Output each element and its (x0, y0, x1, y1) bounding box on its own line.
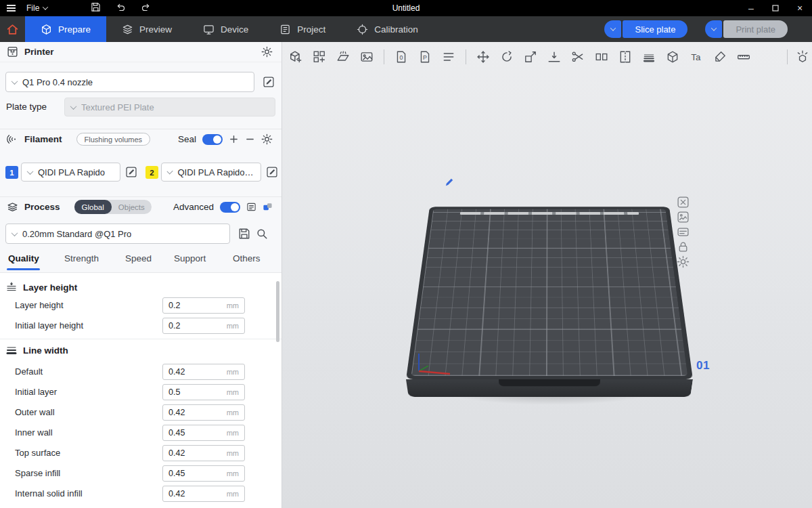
chevron-down-icon (43, 4, 48, 9)
setting-unit: mm (227, 429, 239, 437)
tab-others[interactable]: Others (233, 253, 261, 263)
search-settings-button[interactable] (256, 228, 268, 240)
plate-number-label[interactable]: 01 (696, 359, 710, 373)
printer-section-header: Printer (0, 42, 281, 62)
assembly-view-icon[interactable] (796, 50, 809, 64)
line-width-outer-wall-input[interactable]: 0.42 mm (162, 404, 245, 421)
plate-snapshot-icon[interactable] (677, 211, 690, 224)
chevron-down-icon (27, 168, 34, 175)
edit-filament-1-button[interactable] (125, 166, 137, 178)
viewport-3d[interactable]: 0 P Ta (282, 42, 812, 508)
setting-value: 0.42 (168, 367, 185, 377)
preset-list-icon[interactable] (246, 202, 256, 212)
rotate-tool-icon[interactable] (500, 50, 514, 64)
split-to-parts-tool-icon[interactable] (618, 50, 632, 64)
window-close-button[interactable]: × (788, 0, 812, 16)
file-menu-button[interactable]: File (26, 3, 47, 13)
line-width-default-input[interactable]: 0.42 mm (162, 364, 245, 380)
plate-name-document-icon[interactable]: P (418, 50, 432, 64)
tab-prepare[interactable]: Prepare (25, 16, 106, 42)
tab-project[interactable]: Project (264, 16, 341, 42)
seal-toggle[interactable] (202, 134, 223, 145)
save-preset-button[interactable] (238, 228, 250, 240)
process-section-header: Process Global Objects Advanced (0, 196, 281, 217)
slice-dropdown-button[interactable] (604, 20, 621, 38)
paint-tool-icon[interactable] (713, 50, 727, 64)
print-bed[interactable] (406, 207, 693, 379)
edit-printer-preset-button[interactable] (263, 76, 275, 88)
filament-2-badge[interactable]: 2 (145, 166, 158, 179)
setting-row: Initial layer height 0.2 mm (0, 318, 281, 334)
tab-device[interactable]: Device (187, 16, 264, 42)
initial-layer-height-input[interactable]: 0.2 mm (162, 318, 245, 334)
cut-tool-icon[interactable] (571, 50, 585, 64)
sidebar-scrollbar[interactable] (276, 281, 279, 342)
layer-height-input[interactable]: 0.2 mm (162, 297, 245, 314)
filament-1-select[interactable]: QIDI PLA Rapido (21, 163, 120, 182)
plate-type-select[interactable]: Textured PEI Plate (64, 98, 275, 117)
setting-label: Inner wall (15, 427, 53, 438)
object-list-icon[interactable] (442, 50, 455, 64)
printer-preset-select[interactable]: Q1 Pro 0.4 nozzle (5, 72, 254, 92)
filament-2-select[interactable]: QIDI PLA Rapido M... (161, 163, 261, 182)
home-tab[interactable] (0, 16, 25, 42)
measure-tool-icon[interactable] (737, 50, 750, 64)
plate-delete-icon[interactable] (677, 196, 690, 209)
compare-presets-icon[interactable] (263, 202, 273, 212)
undo-icon[interactable] (116, 2, 126, 14)
redo-icon[interactable] (141, 2, 151, 14)
line-width-initial-layer-input[interactable]: 0.5 mm (162, 384, 245, 400)
add-plate-icon[interactable] (313, 50, 326, 64)
svg-text:P: P (423, 54, 427, 61)
mesh-boolean-tool-icon[interactable] (666, 50, 679, 64)
tab-speed[interactable]: Speed (125, 253, 152, 263)
print-plate-button[interactable]: Print plate (723, 20, 788, 38)
plate-name-icon[interactable] (677, 226, 690, 238)
scope-objects-segment[interactable]: Objects (112, 203, 152, 211)
remove-filament-button[interactable] (245, 134, 255, 144)
setting-row: Layer height 0.2 mm (0, 297, 281, 314)
process-preset-select[interactable]: 0.20mm Standard @Q1 Pro (5, 224, 230, 244)
edit-plate-name-icon[interactable] (445, 177, 455, 187)
filament-1-badge[interactable]: 1 (5, 166, 18, 179)
hamburger-menu-icon[interactable] (7, 5, 16, 12)
window-minimize-button[interactable]: – (739, 0, 763, 16)
tab-strength[interactable]: Strength (64, 253, 99, 263)
variable-layer-height-tool-icon[interactable] (642, 50, 656, 64)
print-dropdown-button[interactable] (705, 20, 722, 38)
save-icon[interactable] (91, 2, 101, 14)
line-width-inner-wall-input[interactable]: 0.45 mm (162, 425, 245, 441)
active-tab-underline (7, 268, 40, 270)
plate-lock-icon[interactable] (677, 240, 690, 253)
flushing-volumes-button[interactable]: Flushing volumes (76, 133, 151, 146)
plate-image-icon[interactable] (360, 50, 374, 64)
label-objects-icon[interactable]: 0 (394, 50, 408, 64)
advanced-toggle[interactable] (220, 202, 240, 213)
edit-filament-2-button[interactable] (266, 166, 278, 178)
tab-support[interactable]: Support (174, 253, 206, 263)
setting-unit: mm (227, 388, 239, 396)
tab-quality[interactable]: Quality (8, 253, 39, 263)
scale-tool-icon[interactable] (524, 50, 537, 64)
line-width-internal-solid-infill-input[interactable]: 0.42 mm (162, 486, 245, 502)
place-on-face-tool-icon[interactable] (547, 50, 561, 64)
add-filament-button[interactable] (229, 134, 239, 144)
sweep-plate-icon[interactable] (336, 50, 350, 64)
setting-unit: mm (227, 449, 239, 457)
move-tool-icon[interactable] (476, 50, 490, 64)
line-width-top-surface-input[interactable]: 0.42 mm (162, 445, 245, 461)
scope-toggle: Global Objects (74, 200, 152, 214)
scope-global-segment[interactable]: Global (74, 200, 112, 214)
setting-label: Top surface (15, 448, 60, 458)
split-to-objects-tool-icon[interactable] (595, 50, 608, 64)
window-maximize-button[interactable] (763, 0, 788, 16)
plate-settings-icon[interactable] (677, 255, 690, 268)
filament-settings-gear-icon[interactable] (261, 133, 273, 145)
slice-plate-button[interactable]: Slice plate (623, 20, 687, 38)
line-width-sparse-infill-input[interactable]: 0.45 mm (162, 465, 245, 482)
printer-settings-gear-icon[interactable] (261, 46, 273, 58)
text-tool-icon[interactable]: Ta (690, 50, 703, 64)
tab-preview[interactable]: Preview (106, 16, 187, 42)
add-object-icon[interactable] (289, 50, 302, 64)
tab-calibration[interactable]: Calibration (341, 16, 434, 42)
